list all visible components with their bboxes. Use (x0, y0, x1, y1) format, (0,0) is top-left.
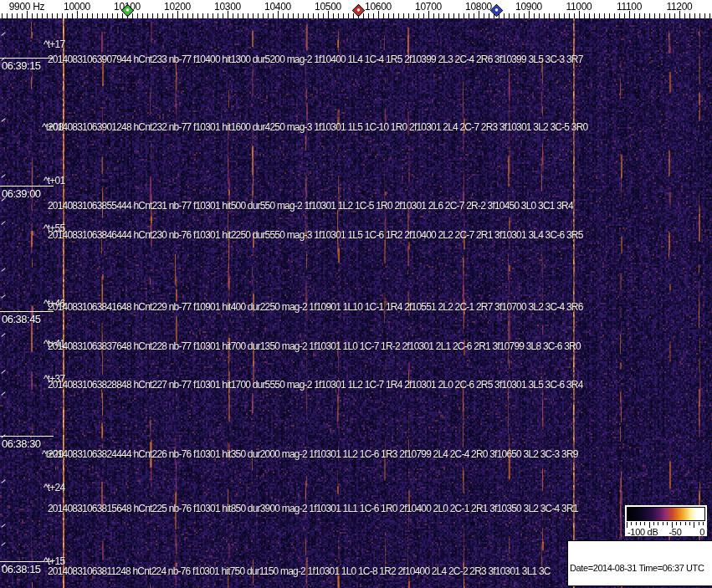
freq-axis-label: 10500 (315, 1, 341, 13)
red-diamond-marker (352, 4, 366, 18)
color-scale-tick (636, 522, 637, 525)
left-edge-tick (1, 118, 5, 121)
db-mid-label: -50 (669, 527, 682, 537)
event-time-marker: ^t+01 (44, 175, 64, 187)
time-tick-line (0, 311, 54, 312)
detection-log-line: 20140831063824444 hCnt226 nb-76 f10301 h… (48, 448, 578, 460)
color-scale-tick (644, 522, 645, 525)
detection-log-line: 20140831063901248 hCnt232 nb-77 f10301 h… (48, 121, 587, 133)
meteor-echo-spectrogram-window: 9900 Hz100001010010200103001040010500106… (0, 0, 712, 588)
time-label: 06:38:45 (2, 313, 41, 325)
color-scale-tick (680, 522, 681, 525)
freq-axis-label: 10900 (515, 1, 542, 13)
color-scale-tick (631, 522, 632, 525)
db-color-scale: -100 dB -50 0 (625, 505, 707, 536)
info-box: Date=2014-08-31 Time=06:37 UTC Freq=143 … (567, 540, 712, 586)
color-scale-tick (685, 522, 686, 525)
detection-log-line: 20140831063841648 hCnt229 nb-77 f10901 h… (48, 301, 583, 313)
left-edge-tick (1, 333, 5, 336)
color-scale-tick (699, 522, 699, 525)
freq-axis-label: 10000 (64, 1, 90, 13)
info-date-time: Date=2014-08-31 Time=06:37 UTC (570, 563, 711, 574)
color-scale-tick (676, 522, 677, 525)
freq-axis-label: 10800 (465, 1, 492, 13)
color-scale-tick (689, 522, 690, 525)
left-edge-tick (1, 479, 5, 483)
left-edge-tick (1, 524, 5, 527)
color-scale-tick (653, 522, 654, 525)
freq-axis-label: 11200 (667, 1, 693, 13)
detection-log-line: 20140831063837648 hCnt228 nb-77 f10301 h… (48, 340, 581, 352)
left-edge-tick (1, 391, 5, 395)
freq-axis-label: 10300 (214, 1, 241, 13)
left-edge-tick (1, 221, 5, 224)
freq-axis-label: 11100 (617, 1, 642, 13)
color-gradient-bar (627, 507, 705, 521)
time-label: 06:39:15 (2, 59, 41, 72)
spectrogram-overlay: 9900 Hz100001010010200103001040010500106… (0, 0, 712, 588)
event-time-marker: ^t+17 (44, 38, 64, 50)
db-max-label: 0 (699, 527, 704, 537)
color-scale-tick (703, 522, 704, 525)
left-edge-tick (1, 174, 5, 177)
freq-axis-label: 9900 Hz (9, 1, 45, 13)
freq-axis-label: 11000 (566, 1, 592, 13)
left-edge-tick (1, 268, 5, 271)
time-label: 06:38:15 (2, 563, 41, 575)
color-scale-labels: -100 dB -50 0 (625, 527, 707, 536)
detection-log-line: 20140831063815648 hCnt225 nb-76 f10301 h… (48, 503, 578, 514)
event-time-marker: ^t+24 (44, 482, 64, 493)
time-label: 06:39:00 (2, 187, 41, 200)
db-min-label: -100 dB (627, 527, 658, 537)
time-label: 06:38:30 (2, 437, 41, 450)
color-scale-tick (640, 522, 641, 525)
left-edge-tick (1, 370, 5, 373)
freq-axis-label: 10400 (264, 1, 291, 13)
detection-log-line: 20140831063907944 hCnt233 nb-77 f10400 h… (48, 54, 583, 65)
time-tick-line (0, 436, 54, 437)
color-scale-tick (658, 522, 658, 525)
detection-log-line: 20140831063828848 hCnt227 nb-77 f10301 h… (48, 379, 583, 391)
left-edge-tick (1, 32, 5, 35)
detection-log-line: 20140831063846444 hCnt230 nb-76 f10301 h… (48, 229, 583, 241)
freq-axis-label: 10200 (164, 1, 191, 13)
color-scale-tick (663, 522, 663, 525)
left-edge-tick (1, 542, 5, 545)
freq-axis-label: 10700 (415, 1, 442, 13)
detection-log-line: 20140831063855444 hCnt231 nb-77 f10301 h… (48, 200, 573, 212)
freq-axis-label: 10600 (365, 1, 392, 13)
time-tick-line (0, 58, 54, 59)
color-scale-tick (667, 522, 668, 525)
left-edge-tick (1, 294, 5, 298)
detection-log-line: 20140831063811248 hCnt224 nb-76 f10301 h… (48, 565, 551, 577)
